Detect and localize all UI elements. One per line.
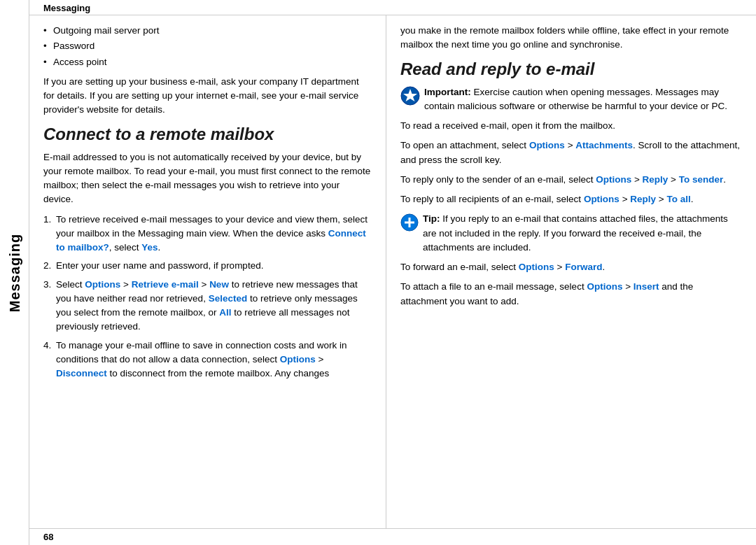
step2-text: Enter your user name and password, if pr… [56, 260, 263, 271]
continued-text: you make in the remote mailbox folders w… [400, 24, 742, 52]
para4-sep2: > [656, 194, 666, 204]
reply-sender-para: To reply only to the sender of an e-mail… [400, 173, 742, 187]
options-link-attach[interactable]: Options [529, 140, 565, 150]
step1-text-mid: , select [109, 242, 142, 253]
para2-before: To open an attachment, select [400, 140, 529, 150]
step1-text-end: . [158, 242, 161, 253]
sidebar: Messaging [0, 0, 29, 545]
options-link-3[interactable]: Options [85, 279, 120, 290]
insert-link[interactable]: Insert [634, 281, 659, 292]
step1-text-before: To retrieve received e-mail messages to … [56, 214, 368, 239]
tip-body: If you reply to an e-mail that contains … [423, 213, 728, 253]
step3-sep1: > [120, 279, 131, 290]
to-all-link[interactable]: To all [666, 194, 690, 204]
options-link-reply1[interactable]: Options [596, 174, 631, 185]
list-item: Password [43, 39, 372, 53]
all-link[interactable]: All [219, 307, 231, 318]
list-item: Select Options > Retrieve e-mail > New t… [43, 278, 372, 334]
new-link[interactable]: New [209, 279, 229, 290]
list-item: Enter your user name and password, if pr… [43, 259, 372, 273]
tip-label: Tip: [423, 213, 440, 224]
to-sender-link[interactable]: To sender [679, 174, 724, 185]
page-header: Messaging [29, 0, 756, 15]
para4-sep1: > [620, 194, 630, 204]
forward-link[interactable]: Forward [565, 262, 602, 272]
list-item: To retrieve received e-mail messages to … [43, 213, 372, 255]
options-link-forward[interactable]: Options [519, 262, 554, 272]
yes-link[interactable]: Yes [141, 242, 158, 253]
step4-after: to disconnect from the remote mailbox. A… [107, 368, 329, 378]
para5-before: To forward an e-mail, select [400, 262, 519, 272]
read-reply-section-title: Read and reply to e-mail [400, 58, 742, 80]
header-title: Messaging [43, 3, 90, 13]
svg-rect-4 [405, 222, 414, 224]
tip-box: Tip: If you reply to an e-mail that cont… [400, 212, 742, 255]
para3-after: . [723, 174, 726, 185]
page-number-text: 68 [43, 532, 53, 542]
para6-sep: > [622, 281, 633, 292]
selected-link[interactable]: Selected [209, 293, 248, 304]
options-link-insert[interactable]: Options [587, 281, 622, 292]
section-intro: E-mail addressed to you is not automatic… [43, 150, 372, 207]
options-link-4[interactable]: Options [280, 354, 316, 364]
intro-paragraph: If you are setting up your business e-ma… [43, 75, 372, 118]
step3-text-before: Select [56, 279, 85, 290]
tip-plus-icon [400, 213, 419, 232]
main-content: Messaging Outgoing mail server port Pass… [29, 0, 756, 545]
important-label: Important: [424, 87, 471, 97]
para3-before: To reply only to the sender of an e-mail… [400, 174, 596, 185]
attachments-para: To open an attachment, select Options > … [400, 139, 742, 167]
important-star-icon [400, 86, 420, 106]
step3-sep2: > [199, 279, 209, 290]
content-columns: Outgoing mail server port Password Acces… [29, 15, 756, 528]
attachments-link[interactable]: Attachments [575, 140, 633, 150]
right-column: you make in the remote mailbox folders w… [386, 15, 756, 528]
page-footer: 68 [29, 528, 756, 545]
reply-all-link[interactable]: Reply [630, 194, 656, 204]
list-item: Outgoing mail server port [43, 24, 372, 38]
sidebar-label: Messaging [6, 233, 22, 311]
connect-section-title: Connect to a remote mailbox [43, 123, 372, 145]
tip-text: Tip: If you reply to an e-mail that cont… [423, 212, 742, 255]
options-link-reply2[interactable]: Options [584, 194, 620, 204]
important-box: Important: Exercise caution when opening… [400, 85, 742, 114]
bullet-list: Outgoing mail server port Password Acces… [43, 24, 372, 69]
list-item: To manage your e-mail offline to save in… [43, 339, 372, 381]
para4-after: . [691, 194, 694, 204]
reply-all-para: To reply to all recipients of an e-mail,… [400, 192, 742, 206]
retrieve-email-link[interactable]: Retrieve e-mail [132, 279, 199, 290]
forward-para: To forward an e-mail, select Options > F… [400, 260, 742, 274]
list-item: Access point [43, 55, 372, 69]
para2-sep: > [565, 140, 575, 150]
important-text: Important: Exercise caution when opening… [424, 85, 742, 114]
para5-sep: > [554, 262, 565, 272]
step4-sep: > [316, 354, 324, 364]
para5-after: . [602, 262, 605, 272]
para6-before: To attach a file to an e-mail message, s… [400, 281, 587, 292]
read-para1: To read a received e-mail, open it from … [400, 119, 742, 133]
insert-para: To attach a file to an e-mail message, s… [400, 280, 742, 309]
steps-list: To retrieve received e-mail messages to … [43, 213, 372, 381]
para3-sep2: > [668, 174, 678, 185]
para4-before: To reply to all recipients of an e-mail,… [400, 194, 584, 204]
disconnect-link[interactable]: Disconnect [56, 368, 107, 378]
reply-link[interactable]: Reply [643, 174, 668, 185]
left-column: Outgoing mail server port Password Acces… [29, 15, 386, 528]
para3-sep1: > [631, 174, 642, 185]
